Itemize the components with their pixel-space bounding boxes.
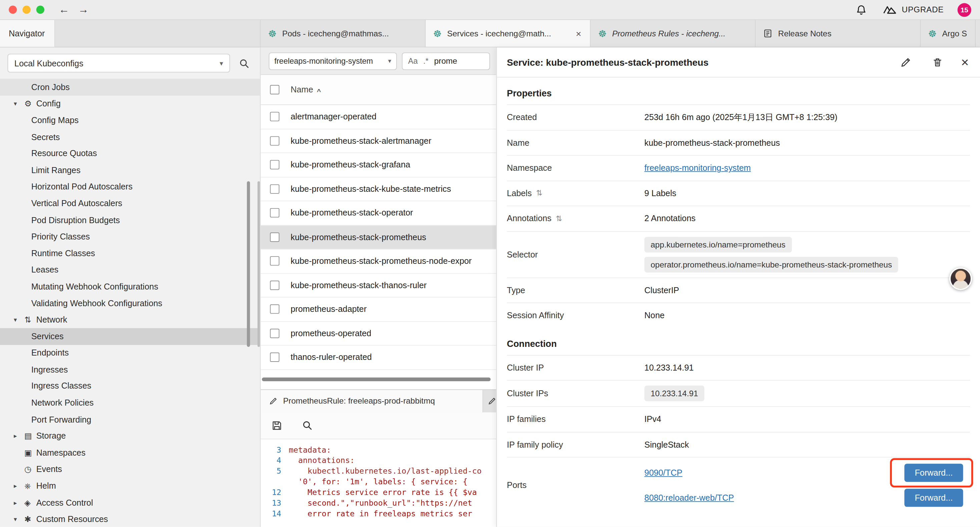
forward-arrow-icon[interactable]: → — [78, 3, 89, 16]
sidebar-item-config[interactable]: ▾⚙Config — [0, 96, 260, 112]
row-checkbox[interactable] — [270, 304, 279, 314]
sidebar-item-leases[interactable]: Leases — [0, 261, 260, 278]
row-checkbox[interactable] — [270, 328, 279, 338]
sidebar-item-helm[interactable]: ▸⎈Helm — [0, 478, 260, 494]
forward-button[interactable]: Forward... — [904, 488, 963, 506]
edit-pencil-icon[interactable] — [899, 55, 914, 70]
table-row[interactable]: kube-prometheus-stack-thanos-ruler — [261, 274, 496, 298]
kubeconfig-select[interactable]: Local Kubeconfigs ▾ — [7, 54, 230, 72]
sidebar-item-secrets[interactable]: Secrets — [0, 129, 260, 145]
port-link[interactable]: 9090/TCP — [644, 468, 682, 477]
select-all-checkbox[interactable] — [270, 85, 279, 94]
sidebar-item-vertical-pod-autoscalers[interactable]: Vertical Pod Autoscalers — [0, 195, 260, 212]
dock-tab-prometheusrule[interactable]: PrometheusRule: freeleaps-prod-rabbitmq — [261, 390, 483, 412]
horizontal-scrollbar[interactable] — [262, 377, 491, 381]
sidebar-item-port-forwarding[interactable]: Port Forwarding — [0, 411, 260, 428]
sidebar-item-runtime-classes[interactable]: Runtime Classes — [0, 245, 260, 261]
row-checkbox[interactable] — [270, 256, 279, 266]
namespace-filter-select[interactable]: freeleaps-monitoring-system ▾ — [269, 52, 397, 69]
service-name: prometheus-adapter — [291, 304, 367, 314]
sidebar-item-horizontal-pod-autoscalers[interactable]: Horizontal Pod Autoscalers — [0, 178, 260, 195]
forward-button[interactable]: Forward... — [904, 463, 963, 481]
sidebar-item-resource-quotas[interactable]: Resource Quotas — [0, 145, 260, 162]
caret-right-icon[interactable]: ▸ — [14, 499, 24, 506]
tab-3[interactable]: ☸Prometheus Rules - icecheng... — [591, 20, 756, 47]
sidebar-item-namespaces[interactable]: ▣Namespaces — [0, 444, 260, 461]
sidebar-scrollbar[interactable] — [247, 181, 250, 347]
tab-navigator[interactable]: Navigator — [0, 20, 55, 47]
table-row[interactable]: prometheus-operated — [261, 322, 496, 345]
name-column-header[interactable]: Name ^ — [291, 85, 321, 94]
sidebar-item-custom-resources[interactable]: ▾✱Custom Resources — [0, 511, 260, 527]
port-link[interactable]: 8080:reloader-web/TCP — [644, 493, 734, 502]
sidebar-item-access-control[interactable]: ▸◈Access Control — [0, 494, 260, 511]
tab-2[interactable]: ☸Services - icecheng@math...× — [426, 20, 591, 47]
caret-down-icon[interactable]: ▾ — [14, 516, 24, 523]
trash-icon[interactable] — [930, 55, 945, 70]
yaml-editor[interactable]: 3metadata:4 annotations:5 kubectl.kubern… — [261, 439, 496, 527]
namespace-link[interactable]: freeleaps-monitoring-system — [644, 164, 751, 173]
user-avatar[interactable] — [949, 267, 972, 290]
table-row[interactable]: kube-prometheus-stack-grafana — [261, 153, 496, 177]
editor-search-icon[interactable] — [299, 418, 315, 433]
sidebar-search-icon[interactable] — [236, 56, 251, 71]
row-checkbox[interactable] — [270, 280, 279, 290]
custom-icon: ✱ — [24, 515, 37, 524]
tab-1[interactable]: ☸Pods - icecheng@mathmas... — [261, 20, 426, 47]
sidebar-item-ingress-classes[interactable]: Ingress Classes — [0, 378, 260, 395]
minimize-window-button[interactable] — [22, 6, 30, 14]
maximize-window-button[interactable] — [37, 6, 45, 14]
tab-4[interactable]: Release Notes — [756, 20, 921, 47]
table-row[interactable]: kube-prometheus-stack-kube-state-metrics — [261, 177, 496, 201]
sidebar-item-ingresses[interactable]: Ingresses — [0, 361, 260, 378]
sidebar-item-pod-disruption-budgets[interactable]: Pod Disruption Budgets — [0, 212, 260, 228]
sidebar-item-cron-jobs[interactable]: Cron Jobs — [0, 79, 260, 96]
save-icon[interactable] — [269, 418, 285, 433]
caret-right-icon[interactable]: ▸ — [14, 433, 24, 439]
table-row[interactable]: kube-prometheus-stack-prometheus — [261, 225, 496, 249]
row-checkbox[interactable] — [270, 184, 279, 193]
row-checkbox[interactable] — [270, 112, 279, 121]
sidebar-item-config-maps[interactable]: Config Maps — [0, 112, 260, 129]
sidebar-scrollbar-outer[interactable] — [258, 181, 260, 347]
sidebar-item-endpoints[interactable]: Endpoints — [0, 345, 260, 361]
back-arrow-icon[interactable]: ← — [59, 3, 69, 16]
sidebar-item-services[interactable]: Services — [0, 328, 260, 345]
table-row[interactable]: kube-prometheus-stack-prometheus-node-ex… — [261, 250, 496, 274]
table-row[interactable]: alertmanager-operated — [261, 105, 496, 129]
sidebar-item-network-policies[interactable]: Network Policies — [0, 395, 260, 411]
sidebar-item-storage[interactable]: ▸▤Storage — [0, 428, 260, 444]
caret-right-icon[interactable]: ▸ — [14, 482, 24, 490]
sidebar-item-mutating-webhook-configurations[interactable]: Mutating Webhook Configurations — [0, 278, 260, 295]
upgrade-button[interactable]: UPGRADE — [883, 5, 944, 14]
dock-tab-partial[interactable] — [483, 390, 496, 412]
sidebar-item-priority-classes[interactable]: Priority Classes — [0, 228, 260, 245]
tab-5[interactable]: ☸Argo S — [921, 20, 976, 47]
row-checkbox[interactable] — [270, 136, 279, 145]
sort-toggle-icon[interactable]: ⇅ — [536, 189, 542, 197]
caret-down-icon[interactable]: ▾ — [14, 100, 24, 107]
row-checkbox[interactable] — [270, 208, 279, 218]
close-window-button[interactable] — [9, 6, 17, 14]
regex-toggle[interactable]: .* — [423, 57, 429, 65]
table-row[interactable]: kube-prometheus-stack-operator — [261, 201, 496, 225]
match-case-toggle[interactable]: Aa — [408, 57, 418, 65]
sidebar-item-events[interactable]: ◷Events — [0, 461, 260, 478]
sidebar-item-network[interactable]: ▾⇅Network — [0, 312, 260, 328]
close-tab-icon[interactable]: × — [574, 28, 582, 39]
list-search-input[interactable]: Aa .* prome — [402, 52, 490, 69]
table-row[interactable]: kube-prometheus-stack-alertmanager — [261, 129, 496, 153]
close-icon[interactable]: × — [961, 56, 969, 69]
notification-count-badge[interactable]: 15 — [958, 3, 971, 16]
caret-down-icon[interactable]: ▾ — [14, 316, 24, 323]
sort-toggle-icon[interactable]: ⇅ — [556, 214, 562, 223]
row-checkbox[interactable] — [270, 353, 279, 362]
sidebar-item-limit-ranges[interactable]: Limit Ranges — [0, 162, 260, 178]
row-checkbox[interactable] — [270, 232, 279, 242]
sidebar-item-validating-webhook-configurations[interactable]: Validating Webhook Configurations — [0, 295, 260, 312]
notifications-bell-icon[interactable] — [854, 2, 869, 18]
table-row[interactable]: thanos-ruler-operated — [261, 345, 496, 369]
code-text — [289, 487, 307, 497]
row-checkbox[interactable] — [270, 160, 279, 169]
table-row[interactable]: prometheus-adapter — [261, 298, 496, 322]
